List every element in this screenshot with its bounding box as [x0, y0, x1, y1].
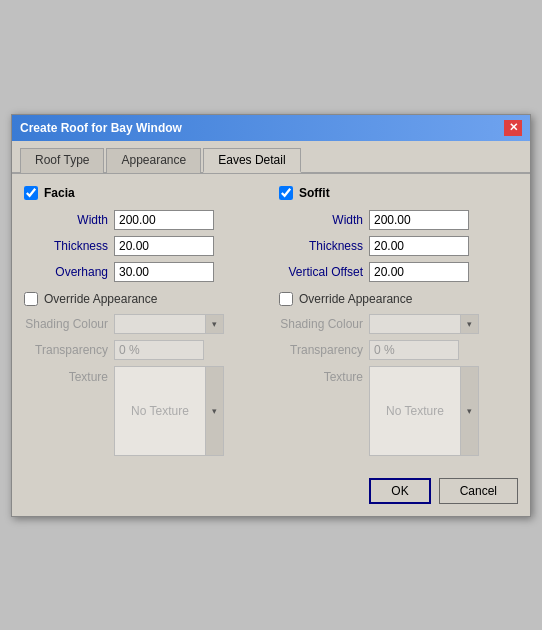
soffit-texture-arrow-icon: ▾ [460, 367, 478, 455]
facia-transparency-input[interactable] [114, 340, 204, 360]
facia-overhang-label: Overhang [24, 265, 114, 279]
facia-overhang-row: Overhang [24, 262, 263, 282]
soffit-shading-select[interactable]: ▾ [369, 314, 479, 334]
facia-texture-label: Texture [24, 366, 114, 384]
soffit-width-input[interactable] [369, 210, 469, 230]
close-button[interactable]: ✕ [504, 120, 522, 136]
soffit-label: Soffit [299, 186, 330, 200]
soffit-transparency-input[interactable] [369, 340, 459, 360]
tab-appearance[interactable]: Appearance [106, 148, 201, 173]
facia-thickness-input[interactable] [114, 236, 214, 256]
dialog: Create Roof for Bay Window ✕ Roof Type A… [11, 114, 531, 517]
facia-shading-arrow-icon: ▾ [205, 315, 223, 333]
soffit-override-label: Override Appearance [299, 292, 412, 306]
dialog-footer: OK Cancel [12, 468, 530, 516]
soffit-voffset-input[interactable] [369, 262, 469, 282]
two-column-layout: Facia Width Thickness Overhang Over [24, 186, 518, 456]
soffit-checkbox[interactable] [279, 186, 293, 200]
facia-thickness-row: Thickness [24, 236, 263, 256]
title-bar: Create Roof for Bay Window ✕ [12, 115, 530, 141]
soffit-transparency-row: Transparency [279, 340, 518, 360]
facia-texture-row: Texture No Texture ▾ [24, 366, 263, 456]
facia-width-label: Width [24, 213, 114, 227]
soffit-transparency-label: Transparency [279, 343, 369, 357]
soffit-thickness-row: Thickness [279, 236, 518, 256]
facia-thickness-label: Thickness [24, 239, 114, 253]
facia-width-input[interactable] [114, 210, 214, 230]
soffit-thickness-label: Thickness [279, 239, 369, 253]
soffit-override-checkbox[interactable] [279, 292, 293, 306]
soffit-texture-label: Texture [279, 366, 369, 384]
ok-button[interactable]: OK [369, 478, 430, 504]
soffit-texture-box[interactable]: No Texture ▾ [369, 366, 479, 456]
tab-bar: Roof Type Appearance Eaves Detail [12, 141, 530, 174]
facia-texture-box[interactable]: No Texture ▾ [114, 366, 224, 456]
facia-override-checkbox[interactable] [24, 292, 38, 306]
soffit-voffset-label: Vertical Offset [279, 265, 369, 279]
tab-roof-type[interactable]: Roof Type [20, 148, 104, 173]
facia-transparency-row: Transparency [24, 340, 263, 360]
facia-shading-label: Shading Colour [24, 317, 114, 331]
soffit-texture-row: Texture No Texture ▾ [279, 366, 518, 456]
soffit-shading-value [370, 315, 460, 333]
main-content: Facia Width Thickness Overhang Over [12, 174, 530, 468]
facia-check-row: Facia [24, 186, 263, 200]
facia-shading-select[interactable]: ▾ [114, 314, 224, 334]
soffit-width-label: Width [279, 213, 369, 227]
soffit-override-row: Override Appearance [279, 292, 518, 306]
soffit-shading-arrow-icon: ▾ [460, 315, 478, 333]
cancel-button[interactable]: Cancel [439, 478, 518, 504]
soffit-shading-label: Shading Colour [279, 317, 369, 331]
tab-eaves-detail[interactable]: Eaves Detail [203, 148, 300, 173]
facia-override-row: Override Appearance [24, 292, 263, 306]
facia-texture-placeholder: No Texture [115, 367, 205, 455]
soffit-check-row: Soffit [279, 186, 518, 200]
soffit-width-row: Width [279, 210, 518, 230]
facia-column: Facia Width Thickness Overhang Over [24, 186, 263, 456]
soffit-thickness-input[interactable] [369, 236, 469, 256]
soffit-texture-placeholder: No Texture [370, 367, 460, 455]
facia-shading-row: Shading Colour ▾ [24, 314, 263, 334]
facia-label: Facia [44, 186, 75, 200]
facia-checkbox[interactable] [24, 186, 38, 200]
soffit-column: Soffit Width Thickness Vertical Offset [279, 186, 518, 456]
facia-width-row: Width [24, 210, 263, 230]
facia-shading-value [115, 315, 205, 333]
soffit-shading-row: Shading Colour ▾ [279, 314, 518, 334]
soffit-voffset-row: Vertical Offset [279, 262, 518, 282]
facia-override-label: Override Appearance [44, 292, 157, 306]
facia-overhang-input[interactable] [114, 262, 214, 282]
facia-texture-arrow-icon: ▾ [205, 367, 223, 455]
facia-transparency-label: Transparency [24, 343, 114, 357]
dialog-title: Create Roof for Bay Window [20, 121, 182, 135]
